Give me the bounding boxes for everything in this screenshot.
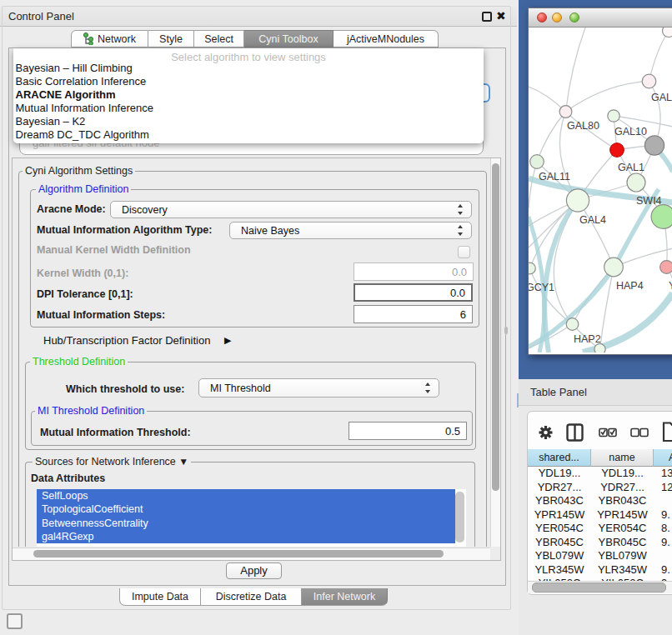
minimized-frame-icon[interactable] [7,613,23,629]
table-row[interactable]: YBL079WYBL079W [528,549,672,563]
table-cell: YDR27... [528,481,591,495]
which-threshold-combo[interactable]: MI Threshold [198,378,439,398]
attribute-list-scrollbar[interactable] [455,492,464,542]
network-edge[interactable] [566,28,586,112]
network-node[interactable] [604,258,624,277]
settings-vscrollbar-thumb[interactable] [492,163,499,491]
control-panel-title: Control Panel [8,10,74,22]
network-node[interactable] [642,74,656,88]
network-edge[interactable] [566,82,649,112]
dpi-tolerance-label: DPI Tolerance [0,1]: [37,288,133,300]
network-node[interactable] [566,189,589,212]
network-window-titlebar[interactable] [529,8,672,28]
aracne-mode-value: Discovery [122,204,168,216]
column-header-shared-name[interactable]: shared... [528,449,591,467]
gear-icon[interactable] [538,424,554,441]
attribute-list-item[interactable]: SelfLoops [37,489,455,502]
attribute-list-item[interactable]: TopologicalCoefficient [37,502,455,516]
network-node[interactable] [651,205,672,229]
network-node-label: GAL80 [567,120,599,132]
settings-hscrollbar-thumb[interactable] [33,550,444,558]
attribute-list[interactable]: SelfLoopsTopologicalCoefficientBetweenne… [37,489,466,547]
network-canvas[interactable]: GAL7GAL80GAL10GAL1GAL11SWI4GAL4GCY1HAP4Y… [529,28,672,352]
select-all-checkboxes-icon[interactable] [599,427,617,438]
network-node[interactable] [627,173,645,192]
algorithm-popup-item[interactable]: Dream8 DC_TDC Algorithm [13,128,484,142]
unselect-all-checkboxes-icon[interactable] [630,427,649,438]
table-panel-title: Table Panel [530,386,587,398]
network-window: GAL7GAL80GAL10GAL1GAL11SWI4GAL4GCY1HAP4Y… [528,8,672,355]
network-node[interactable] [529,262,535,274]
network-node[interactable] [559,106,572,118]
column-header-name[interactable]: name [591,449,654,467]
network-node[interactable] [608,110,619,122]
table-cell: YDL19... [528,467,591,481]
network-node[interactable] [594,343,605,352]
network-edge[interactable] [649,31,669,82]
network-node[interactable] [660,261,672,274]
close-traffic-light-icon[interactable] [537,12,547,22]
tab-discretize-data[interactable]: Discretize Data [201,588,302,606]
tab-cyni-toolbox[interactable]: Cyni Toolbox [244,30,333,48]
algorithm-popup: Select algorithm to view settings Bayesi… [13,48,484,143]
data-attributes-label: Data Attributes [31,472,105,484]
tab-impute-data[interactable]: Impute Data [119,588,201,606]
network-node[interactable] [644,136,664,155]
algorithm-popup-item[interactable]: ARACNE Algorithm [13,88,484,102]
table-cell: YDL19... [591,467,654,481]
network-node-label: GAL10 [614,126,647,138]
tab-label: Infer Network [313,591,375,602]
tab-label: Impute Data [132,591,188,602]
splitter-handle[interactable] [504,327,508,334]
mi-type-combo[interactable]: Naive Bayes [229,222,472,239]
table-hscrollbar-thumb[interactable] [532,582,666,592]
network-node[interactable] [530,155,544,169]
zoom-traffic-light-icon[interactable] [569,12,579,22]
network-edge[interactable] [537,112,566,162]
attribute-list-item[interactable]: gal4RGexp [37,530,455,543]
table-row[interactable]: YBR045CYBR045C9. [528,536,672,550]
tab-select[interactable]: Select [194,30,244,48]
table-row[interactable]: YDR27...YDR27...12 [528,481,672,495]
float-window-icon[interactable] [482,12,492,22]
table-row[interactable]: YBR043CYBR043C [528,494,672,508]
algorithm-popup-prompt: Select algorithm to view settings [13,48,484,62]
dpi-tolerance-field[interactable]: 0.0 [354,283,473,302]
manual-kernel-checkbox[interactable] [458,246,470,258]
network-node[interactable] [610,143,624,158]
algorithm-popup-item[interactable]: Mutual Information Inference [13,102,484,115]
table-row[interactable]: YLR345WYLR345W9. [528,563,672,578]
mi-threshold-field[interactable]: 0.5 [349,422,467,440]
tab-label: jActiveMNodules [347,33,424,45]
algorithm-popup-item[interactable]: Bayesian – K2 [13,115,484,128]
network-node[interactable] [663,28,672,38]
mi-steps-field[interactable]: 6 [354,305,473,323]
aracne-mode-combo[interactable]: Discovery [110,201,472,218]
kernel-width-field[interactable]: 0.0 [354,262,474,281]
file-icon[interactable] [662,422,672,442]
split-table-icon[interactable] [566,423,584,442]
close-icon[interactable]: ✖ [496,9,506,22]
attribute-list-item[interactable]: BetweennessCentrality [37,517,455,530]
tab-network[interactable]: Network [71,30,148,48]
network-node-label: HAP4 [616,280,644,292]
algorithm-popup-item[interactable]: Basic Correlation Inference [13,75,484,88]
tab-style[interactable]: Style [148,30,194,48]
apply-button[interactable]: Apply [226,562,282,579]
mi-steps-label: Mutual Information Steps: [37,309,165,321]
algorithm-popup-item[interactable]: Bayesian – Hill Climbing [13,62,484,75]
network-edge[interactable] [529,87,566,112]
table-row[interactable]: YER054CYER054C8. [528,522,672,536]
network-node[interactable] [566,318,579,331]
tab-infer-network[interactable]: Infer Network [302,588,388,606]
table-cell: YDR27... [591,481,654,495]
table-row[interactable]: YPR145WYPR145W9. [528,508,672,522]
hub-definition-toggle[interactable]: Hub/Transcription Factor Definition ▶ [43,334,231,347]
table-cell [654,549,672,563]
tab-jactivemnodules[interactable]: jActiveMNodules [333,30,439,48]
table-row[interactable]: YDL19...YDL19...13 [528,467,672,481]
minimize-traffic-light-icon[interactable] [552,12,562,22]
column-header-next[interactable]: A [654,449,672,467]
network-node-label: SWI4 [636,195,662,207]
hub-definition-label: Hub/Transcription Factor Definition [43,334,210,347]
